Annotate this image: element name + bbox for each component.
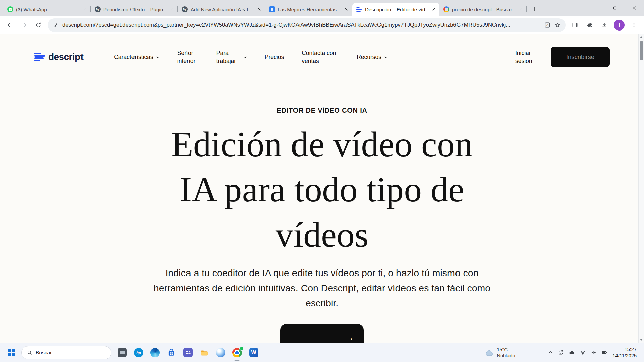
tab-google-search[interactable]: precio de descript - Buscar <box>439 3 527 16</box>
scroll-thumb[interactable] <box>640 41 643 60</box>
start-button[interactable] <box>5 346 19 360</box>
nav-label: Recursos <box>357 53 381 61</box>
window-controls <box>586 0 644 16</box>
taskbar-clock[interactable]: 15:27 14/11/2025 <box>613 346 637 359</box>
scroll-up-arrow[interactable] <box>639 34 644 40</box>
taskbar-search[interactable]: Buscar <box>21 346 111 359</box>
globe-app-icon[interactable] <box>215 347 226 358</box>
address-bar[interactable]: descript.com/?pscd=get.descript.com&ps_p… <box>48 18 566 32</box>
tab-title: precio de descript - Buscar <box>452 7 515 12</box>
nav-label: Señor inferior <box>177 49 199 65</box>
descript-logo-text: descript <box>48 52 83 62</box>
browser-tabs: ☎ (3) WhatsApp W Periodismo / Texto – Pá… <box>3 3 527 16</box>
reload-button[interactable] <box>32 18 45 32</box>
hero-subtitle-line: herramientas de edición intuitivas. Con … <box>0 281 644 296</box>
translate-icon[interactable]: A <box>544 22 551 28</box>
tab-close-icon[interactable] <box>169 6 175 12</box>
new-tab-button[interactable] <box>529 3 540 15</box>
url-text[interactable]: descript.com/?pscd=get.descript.com&ps_p… <box>62 22 541 28</box>
nav-label: Precios <box>265 53 284 61</box>
search-placeholder: Buscar <box>36 350 52 356</box>
chevron-down-icon <box>156 55 160 59</box>
downloads-icon[interactable] <box>598 18 611 32</box>
tab-close-icon[interactable] <box>518 6 524 12</box>
file-explorer-icon[interactable] <box>199 347 210 358</box>
clock-date: 14/11/2025 <box>613 353 637 359</box>
site-settings-icon[interactable] <box>52 22 59 28</box>
browser-tabstrip: ☎ (3) WhatsApp W Periodismo / Texto – Pá… <box>0 0 644 16</box>
tab-close-icon[interactable] <box>343 6 350 12</box>
hero-title-line: IA para todo tipo de <box>0 167 644 212</box>
tab-close-icon[interactable] <box>82 6 88 12</box>
clock-time: 15:27 <box>613 346 637 353</box>
search-icon <box>26 350 32 355</box>
profile-avatar[interactable]: I <box>614 20 625 31</box>
back-button[interactable] <box>3 18 17 32</box>
sync-icon[interactable] <box>558 349 565 356</box>
app-monitor-icon[interactable] <box>117 347 127 358</box>
cloudy-weather-icon <box>484 348 494 357</box>
toolbar-actions: I <box>568 18 641 32</box>
bookmark-star-icon[interactable] <box>554 22 561 28</box>
descript-logo[interactable]: descript <box>34 52 83 62</box>
tab-add-new-aplicacion[interactable]: W Add New Aplicación IA < L <box>178 3 265 16</box>
tab-close-icon[interactable] <box>431 6 437 12</box>
windows-logo-icon <box>8 349 15 356</box>
svg-text:A: A <box>546 23 549 27</box>
chevron-down-icon <box>243 55 247 59</box>
nav-precios[interactable]: Precios <box>265 53 284 61</box>
weather-condition: Nublado <box>497 353 515 359</box>
whatsapp-icon: ☎ <box>7 6 13 12</box>
nav-senor-inferior[interactable]: Señor inferior <box>177 49 199 65</box>
extensions-icon[interactable] <box>583 18 596 32</box>
chevron-down-icon <box>384 55 388 59</box>
window-minimize-button[interactable] <box>586 0 605 16</box>
browser-menu-icon[interactable] <box>627 18 641 32</box>
volume-icon[interactable] <box>590 349 597 356</box>
login-link[interactable]: Iniciar sesión <box>515 49 535 65</box>
nav-para-trabajar[interactable]: Para trabajar <box>216 49 247 65</box>
hero-subtitle-line: escribir. <box>0 296 644 311</box>
word-icon[interactable]: W <box>248 347 259 358</box>
notification-badge <box>239 346 244 351</box>
window-close-button[interactable] <box>625 0 644 16</box>
chrome-icon[interactable] <box>232 347 243 358</box>
edge-icon[interactable] <box>150 347 160 358</box>
nav-caracteristicas[interactable]: Características <box>114 53 160 61</box>
side-panel-icon[interactable] <box>568 18 582 32</box>
tab-descript-active[interactable]: Descripción – Editor de víd <box>352 3 439 16</box>
site-favicon <box>269 6 275 12</box>
hero-subtitle: Indica a tu coeditor de IA que edite tus… <box>0 265 644 311</box>
battery-icon[interactable] <box>601 349 607 356</box>
hero-cta-button[interactable]: → <box>280 324 364 343</box>
taskbar-weather[interactable]: 15°C Nublado <box>484 347 515 359</box>
wifi-icon[interactable] <box>580 349 586 356</box>
nav-label: Para trabajar <box>216 49 240 65</box>
windows-taskbar: Buscar hp W 15°C Nublado <box>0 343 644 362</box>
onedrive-icon[interactable] <box>569 349 575 356</box>
descript-logo-icon <box>34 53 45 62</box>
signup-button[interactable]: Inscribirse <box>551 47 610 67</box>
nav-label: Características <box>114 53 153 61</box>
teams-icon[interactable] <box>182 347 193 358</box>
hp-icon[interactable]: hp <box>133 347 144 358</box>
nav-recursos[interactable]: Recursos <box>357 53 388 61</box>
tab-periodismo[interactable]: W Periodismo / Texto – Págin <box>91 3 178 16</box>
wordpress-icon: W <box>182 6 188 12</box>
scrollbar[interactable] <box>638 34 644 343</box>
microsoft-store-icon[interactable] <box>166 347 177 358</box>
hero-title-line: vídeos <box>0 212 644 257</box>
browser-toolbar: descript.com/?pscd=get.descript.com&ps_p… <box>0 16 644 34</box>
tab-title: Add New Aplicación IA < L <box>191 7 254 12</box>
tab-las-mejores-herramientas[interactable]: Las Mejores Herramientas <box>265 3 352 16</box>
tray-chevron-icon[interactable] <box>547 349 554 356</box>
nav-contacta-ventas[interactable]: Contacta con ventas <box>302 49 339 65</box>
system-tray: 15°C Nublado 15:27 14/11/2025 <box>484 346 639 359</box>
taskbar-apps: hp W <box>117 347 259 358</box>
window-maximize-button[interactable] <box>605 0 625 16</box>
tab-close-icon[interactable] <box>256 6 262 12</box>
tab-whatsapp[interactable]: ☎ (3) WhatsApp <box>3 3 91 16</box>
scroll-down-arrow[interactable] <box>639 337 644 343</box>
forward-button[interactable] <box>17 18 31 32</box>
site-header: descript Características Señor inferior … <box>25 39 619 75</box>
